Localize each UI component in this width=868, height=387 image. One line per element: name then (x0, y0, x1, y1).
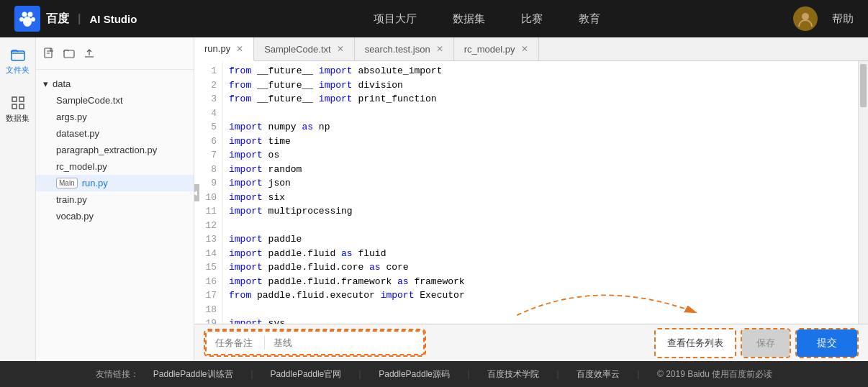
svg-rect-7 (12, 97, 17, 101)
submit-btn[interactable]: 提交 (797, 329, 857, 357)
code-editor-area: ◀ 1234 5678 9101112 13141516 17181920 21… (194, 61, 868, 324)
tab-search-label: search.test.json (365, 44, 430, 55)
svg-rect-10 (19, 104, 24, 109)
tab-samplecode-label: SampleCode.txt (264, 44, 331, 55)
folder-name: data (53, 78, 71, 89)
help-link[interactable]: 帮助 (832, 12, 854, 26)
tab-run-py[interactable]: run.py ✕ (194, 37, 254, 61)
footer-prefix: 友情链接： (96, 368, 139, 381)
file-item-run[interactable]: Main run.py (36, 175, 194, 191)
svg-rect-6 (12, 51, 24, 60)
file-tree: ▾ data SampleCode.txt args.py dataset.py… (36, 37, 194, 361)
upload-btn[interactable] (83, 47, 95, 62)
tab-search-json[interactable]: search.test.json ✕ (355, 37, 454, 60)
sidebar-icon-dataset[interactable]: 数据集 (3, 93, 32, 127)
footer-link-0[interactable]: PaddlePaddle训练营 (153, 368, 233, 381)
chevron-down-icon: ▾ (43, 78, 48, 89)
footer-link-3[interactable]: 百度技术学院 (487, 368, 539, 381)
main-badge: Main (56, 178, 78, 188)
nav-item-project[interactable]: 项目大厅 (374, 12, 417, 26)
tab-close-samplecode[interactable]: ✕ (337, 44, 344, 54)
footer-copyright: © 2019 Baidu 使用百度前必读 (657, 368, 772, 381)
main-nav: 项目大厅 数据集 比赛 教育 (180, 12, 793, 26)
svg-point-4 (23, 17, 32, 27)
header-right: 帮助 (793, 6, 854, 31)
svg-rect-9 (12, 104, 17, 109)
bottom-toolbar: 查看任务列表 保存 提交 (194, 324, 868, 361)
task-note-input-group (205, 330, 425, 355)
nav-item-contest[interactable]: 比赛 (521, 12, 543, 26)
sidebar-files-label: 文件夹 (6, 65, 30, 76)
file-item-train[interactable]: train.py (36, 191, 194, 208)
footer-link-1[interactable]: PaddlePaddle官网 (271, 368, 342, 381)
main-content: 文件夹 数据集 ▾ data (0, 37, 868, 361)
scrollbar-thumb[interactable] (860, 64, 867, 107)
scrollbar-vertical[interactable] (858, 61, 868, 324)
file-item-samplecode[interactable]: SampleCode.txt (36, 92, 194, 109)
logo-studio-text: AI Studio (89, 13, 137, 25)
file-item-rcmodel[interactable]: rc_model.py (36, 158, 194, 175)
new-folder-btn[interactable] (63, 47, 75, 62)
file-tree-toolbar (36, 45, 194, 70)
tab-close-run[interactable]: ✕ (236, 44, 243, 54)
baseline-input[interactable] (265, 332, 409, 354)
folder-data[interactable]: ▾ data (36, 76, 194, 92)
avatar[interactable] (793, 6, 818, 31)
save-btn[interactable]: 保存 (742, 329, 790, 357)
header: 百度 | AI Studio 项目大厅 数据集 比赛 教育 帮助 (0, 0, 868, 37)
code-content: from __future__ import absolute_import f… (223, 61, 858, 324)
sidebar-icon-files[interactable]: 文件夹 (3, 45, 32, 78)
tab-rcmodel-label: rc_model.py (464, 44, 515, 55)
svg-point-0 (22, 12, 27, 17)
logo-divider: | (78, 12, 81, 25)
sidebar-dataset-label: 数据集 (6, 113, 30, 124)
svg-rect-12 (64, 50, 74, 58)
view-task-btn[interactable]: 查看任务列表 (656, 329, 735, 357)
tab-run-py-label: run.py (204, 43, 230, 54)
new-file-btn[interactable] (43, 47, 55, 62)
tab-rc-model[interactable]: rc_model.py ✕ (454, 37, 539, 60)
svg-point-1 (28, 12, 33, 17)
file-item-dataset[interactable]: dataset.py (36, 125, 194, 142)
file-item-vocab[interactable]: vocab.py (36, 208, 194, 224)
logo-baidu-text: 百度 (46, 12, 69, 27)
nav-item-dataset[interactable]: 数据集 (453, 12, 485, 26)
tabs-bar: run.py ✕ SampleCode.txt ✕ search.test.js… (194, 37, 868, 61)
footer-link-2[interactable]: PaddlePaddle源码 (379, 368, 450, 381)
file-run-label: run.py (82, 178, 108, 188)
logo[interactable]: 百度 | AI Studio (14, 6, 137, 32)
collapse-panel-btn[interactable]: ◀ (194, 184, 199, 201)
file-item-paragraph[interactable]: paragraph_extraction.py (36, 142, 194, 158)
file-item-args[interactable]: args.py (36, 109, 194, 125)
svg-point-5 (802, 13, 809, 20)
sidebar-icons: 文件夹 数据集 (0, 37, 36, 361)
tab-close-rcmodel[interactable]: ✕ (521, 44, 528, 54)
footer-link-4[interactable]: 百度效率云 (577, 368, 620, 381)
editor-wrapper: run.py ✕ SampleCode.txt ✕ search.test.js… (194, 37, 868, 361)
code-editor[interactable]: 1234 5678 9101112 13141516 17181920 2122… (194, 61, 858, 324)
folder-icon (11, 47, 25, 62)
svg-rect-8 (19, 97, 24, 101)
baidu-icon (14, 6, 40, 32)
grid-icon (11, 96, 25, 110)
task-note-input[interactable] (207, 332, 264, 354)
tab-samplecode[interactable]: SampleCode.txt ✕ (254, 37, 355, 60)
footer: 友情链接： PaddlePaddle训练营 ｜ PaddlePaddle官网 ｜… (0, 361, 868, 387)
tab-close-search[interactable]: ✕ (436, 44, 443, 54)
nav-item-education[interactable]: 教育 (579, 12, 600, 26)
